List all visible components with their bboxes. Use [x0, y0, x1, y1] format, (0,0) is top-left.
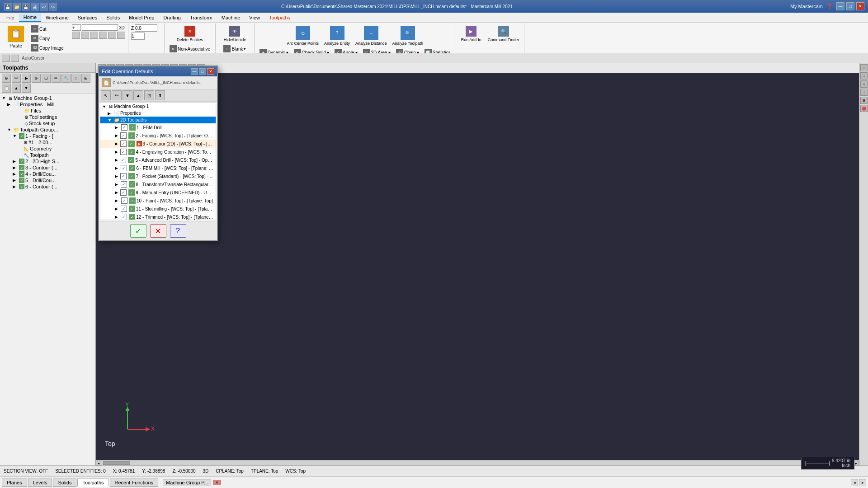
dlg-op-8[interactable]: ▶✓✓9 - Manual Entry (UNDEFINED) - UNDEFI…	[100, 188, 216, 197]
style-swatch[interactable]	[90, 32, 98, 39]
dlg-tool-rect[interactable]: ⊡	[144, 90, 154, 100]
help-icon[interactable]: ❓	[826, 4, 833, 9]
analyze-toolpath-button[interactable]: 🔍 Analyze Toolpath	[390, 24, 425, 47]
tree-expand-1[interactable]: ▼	[2, 96, 7, 100]
dlg-tree-properties[interactable]: ▶ 📄 Properties	[100, 110, 216, 117]
tree-toolpath-group[interactable]: ▼ 📁 Toolpath Group...	[0, 127, 95, 133]
dialog-maximize-btn[interactable]: □	[199, 68, 206, 75]
dialog-ok-btn[interactable]: ✓	[130, 224, 146, 238]
dlg-op-check-6[interactable]: ✓	[120, 173, 127, 179]
menu-home[interactable]: Home	[19, 14, 41, 22]
rp-btn-5[interactable]: ⊞	[860, 97, 868, 104]
qa-open-btn[interactable]: 📁	[13, 3, 21, 11]
dlg-op-check-8[interactable]: ✓	[120, 189, 127, 196]
dlg-op-9[interactable]: ▶✓✓10 - Point - [WCS: Top] - [Tplane: To…	[100, 197, 216, 205]
rp-btn-3[interactable]: ○	[860, 80, 868, 88]
tree-facing-1[interactable]: ▼ ✓ 1 - Facing - [	[0, 133, 95, 139]
panel-tool-4[interactable]: ⊗	[32, 74, 41, 83]
dlg-tree-2d-toolpaths[interactable]: ▼ 📁 2D Toolpaths	[100, 117, 216, 123]
sec-tb-btn-2[interactable]	[11, 55, 19, 62]
copy-button[interactable]: ⧉ Copy	[29, 34, 66, 43]
panel-tool-5[interactable]: ⊡	[42, 74, 51, 83]
dlg-tool-pencil[interactable]: ✏	[112, 90, 122, 100]
tab-toolpaths[interactable]: Toolpaths	[77, 479, 108, 487]
dlg-op-expand-2[interactable]: ▶	[115, 141, 119, 146]
panel-tool-2[interactable]: ✂	[12, 74, 21, 83]
more-swatch[interactable]	[117, 32, 125, 39]
menu-drafting[interactable]: Drafting	[159, 14, 185, 21]
tree-machine-group[interactable]: ▼ 🖥 Machine Group-1	[0, 95, 95, 101]
tree-tool-settings[interactable]: ⚙ Tool settings	[0, 114, 95, 120]
arc-center-button[interactable]: ⊙ Arc Center Points	[284, 24, 321, 47]
tree-files[interactable]: 📁 Files	[0, 108, 95, 114]
non-assoc-button[interactable]: ✕ Non-Associative	[167, 44, 212, 53]
panel-tool-9[interactable]: ⊞	[81, 74, 90, 83]
tree-expand-5[interactable]: ▶	[13, 159, 18, 164]
tab-planes[interactable]: Planes	[2, 479, 27, 487]
menu-solids[interactable]: Solids	[102, 14, 124, 21]
dlg-op-expand-0[interactable]: ▶	[115, 125, 120, 130]
close-machine-group-btn[interactable]: ✕	[213, 480, 221, 485]
tree-expand-9[interactable]: ▶	[13, 184, 18, 189]
dlg-op-6[interactable]: ▶✓✓7 - Pocket (Standard) - [WCS: Top] - …	[100, 172, 216, 180]
blank-button[interactable]: □ Blank ▾	[221, 44, 248, 53]
dlg-op-expand-8[interactable]: ▶	[115, 190, 119, 195]
rp-btn-1[interactable]: +	[860, 64, 868, 71]
panel-tool-1[interactable]: ⊕	[2, 74, 11, 83]
menu-view[interactable]: View	[245, 14, 264, 21]
tree-contour-5[interactable]: ▶ ✓ 5 - Drill/Cou...	[0, 177, 95, 183]
tree-expand-7[interactable]: ▶	[13, 172, 18, 176]
dlg-op-expand-7[interactable]: ▶	[115, 182, 120, 187]
panel-tool-8[interactable]: ↕	[71, 74, 80, 83]
tree-contour-6[interactable]: ▶ ✓ 6 - Contour (...	[0, 183, 95, 190]
tree-expand-2[interactable]: ▶	[7, 102, 13, 107]
dlg-op-7[interactable]: ▶✓✓8 - Transform/Translate Rectangular/C…	[100, 180, 216, 188]
dlg-op-11[interactable]: ▶✓✓12 - Trimmed - [WCS: Top] - [Tplane: …	[100, 213, 216, 220]
maximize-btn[interactable]: □	[846, 2, 854, 10]
tree-expand-8[interactable]: ▶	[13, 178, 18, 183]
menu-surfaces[interactable]: Surfaces	[73, 14, 102, 21]
tree-expand-3[interactable]: ▼	[7, 127, 13, 132]
qa-print-btn[interactable]: 🖨	[31, 3, 39, 11]
delete-entities-button[interactable]: ✕ Delete Entities	[175, 24, 205, 43]
dlg-op-check-9[interactable]: ✓	[121, 197, 127, 204]
z-input[interactable]	[135, 24, 157, 32]
attrib-input-1[interactable]	[72, 24, 81, 31]
dlg-op-expand-5[interactable]: ▶	[115, 166, 120, 170]
tab-solids[interactable]: Solids	[53, 479, 76, 487]
tree-stock-setup[interactable]: ◇ Stock setup	[0, 120, 95, 127]
dlg-op-expand-11[interactable]: ▶	[115, 215, 120, 219]
dlg-op-expand-1[interactable]: ▶	[115, 133, 119, 138]
point-swatch[interactable]	[99, 32, 107, 39]
panel-tool-7[interactable]: 🔧	[61, 74, 71, 83]
dlg-expand-2[interactable]: ▶	[108, 111, 113, 116]
level-input[interactable]	[131, 33, 145, 40]
menu-file[interactable]: File	[2, 14, 19, 21]
menu-toolpaths[interactable]: Toolpaths	[264, 14, 295, 21]
tree-params-1[interactable]: ⚙ #1 - 2.00...	[0, 139, 95, 145]
dlg-op-1[interactable]: ▶✓✓2 - Facing - [WCS: Top] - [Tplane: Op…	[100, 131, 216, 140]
dlg-tree-machine-group[interactable]: ▼ 🖥 Machine Group-1	[100, 103, 216, 110]
dlg-op-expand-3[interactable]: ▶	[115, 150, 119, 154]
level-swatch[interactable]	[81, 32, 89, 39]
panel-tool-10[interactable]: 📋	[2, 84, 11, 93]
qa-redo-btn[interactable]: ↪	[49, 3, 57, 11]
dialog-minimize-btn[interactable]: —	[191, 68, 198, 75]
dlg-op-expand-4[interactable]: ▶	[115, 158, 119, 162]
dlg-op-expand-6[interactable]: ▶	[115, 174, 119, 178]
scroll-left-btn[interactable]: ◂	[96, 461, 101, 465]
dlg-op-2[interactable]: ▶✓✓▶3 - Contour (2D) - [WCS: Top] - [Tpl…	[100, 140, 216, 148]
analyze-entity-button[interactable]: ? Analyze Entity	[322, 24, 352, 47]
tree-expand-6[interactable]: ▶	[13, 165, 18, 170]
dlg-tool-down[interactable]: ▼	[123, 90, 132, 100]
close-btn[interactable]: ✕	[856, 2, 864, 10]
panel-tool-12[interactable]: ▼	[22, 84, 31, 93]
tab-scroll-left[interactable]: ◂	[851, 479, 858, 486]
dialog-cancel-btn[interactable]: ✕	[150, 224, 166, 238]
dlg-op-5[interactable]: ▶✓✓6 - FBM Mill - [WCS: Top] - [Tplane: …	[100, 164, 216, 172]
run-addin-button[interactable]: ▶ Run Add-In	[459, 24, 484, 43]
dlg-expand-1[interactable]: ▼	[102, 104, 108, 109]
dlg-op-check-1[interactable]: ✓	[120, 132, 127, 139]
menu-wireframe[interactable]: Wireframe	[41, 14, 73, 21]
dialog-tree[interactable]: ▼ 🖥 Machine Group-1 ▶ 📄 Properties ▼ 📁 2…	[100, 103, 216, 220]
